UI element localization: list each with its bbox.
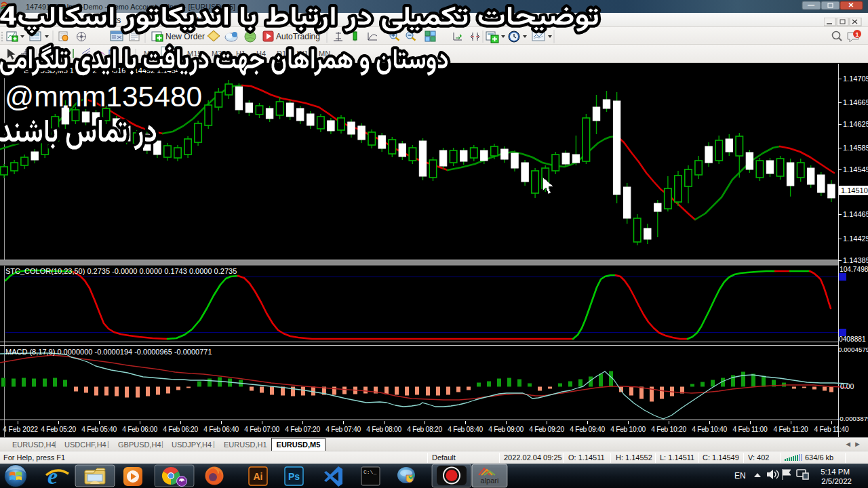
- svg-text:4 Feb 05:20: 4 Feb 05:20: [41, 426, 76, 433]
- svg-text:4 Feb 06:00: 4 Feb 06:00: [122, 426, 157, 433]
- svg-text:4 Feb 10:00: 4 Feb 10:00: [610, 426, 646, 433]
- svg-text:4 Feb 11:00: 4 Feb 11:00: [733, 426, 768, 433]
- svg-text:1.14465: 1.14465: [843, 210, 868, 218]
- svg-text:4 Feb 2022: 4 Feb 2022: [3, 426, 38, 433]
- svg-text:0408881: 0408881: [839, 336, 866, 343]
- svg-text:4 Feb 10:40: 4 Feb 10:40: [692, 426, 727, 433]
- svg-text:0.00: 0.00: [840, 382, 854, 390]
- svg-text:4 Feb 06:20: 4 Feb 06:20: [163, 426, 198, 433]
- svg-text:4 Feb 08:20: 4 Feb 08:20: [407, 426, 442, 433]
- svg-text:4 Feb 08:40: 4 Feb 08:40: [448, 426, 483, 433]
- svg-text:1.14385: 1.14385: [843, 256, 868, 264]
- svg-text:4 Feb 07:20: 4 Feb 07:20: [285, 426, 320, 433]
- svg-text:4 Feb 05:40: 4 Feb 05:40: [81, 426, 117, 433]
- svg-text:0.0004579: 0.0004579: [838, 346, 868, 353]
- svg-text:@mmm135480: @mmm135480: [5, 81, 202, 113]
- svg-text:4 Feb 11:20: 4 Feb 11:20: [774, 426, 808, 433]
- svg-text:4 Feb 07:00: 4 Feb 07:00: [244, 426, 279, 433]
- svg-text:4 Feb 08:00: 4 Feb 08:00: [366, 426, 401, 433]
- svg-text:-0.0003879: -0.0003879: [837, 415, 868, 422]
- svg-text:STC_COLOR(10,23,50) 0.2735 -0.: STC_COLOR(10,23,50) 0.2735 -0.0000 0.000…: [5, 267, 237, 275]
- svg-text:104.7498: 104.7498: [840, 266, 868, 273]
- svg-text:e: e: [47, 464, 58, 488]
- svg-text:MACD (8,17,9) 0.0000000 -0.00: MACD (8,17,9) 0.0000000 -0.0000194 -0.00…: [5, 348, 212, 356]
- svg-text:4 Feb 10:20: 4 Feb 10:20: [651, 426, 686, 433]
- svg-text:C:\_: C:\_: [363, 469, 376, 475]
- svg-text:Ps: Ps: [288, 471, 300, 482]
- svg-text:4 Feb 06:40: 4 Feb 06:40: [203, 426, 239, 433]
- svg-text:1.14425: 1.14425: [843, 235, 868, 243]
- svg-text:4 Feb 07:40: 4 Feb 07:40: [326, 426, 361, 433]
- svg-text:alpari: alpari: [481, 476, 499, 485]
- svg-text:EN: EN: [734, 471, 746, 481]
- svg-text:4 Feb 09:00: 4 Feb 09:00: [488, 426, 524, 433]
- svg-text:5:14 PM: 5:14 PM: [821, 468, 850, 476]
- svg-text:4 Feb 09:20: 4 Feb 09:20: [529, 426, 564, 433]
- svg-text:4 Feb 11:40: 4 Feb 11:40: [814, 426, 849, 433]
- svg-text:4 Feb 09:40: 4 Feb 09:40: [570, 426, 605, 433]
- svg-text:2/5/2022: 2/5/2022: [821, 477, 852, 485]
- svg-text:Ai: Ai: [254, 471, 263, 482]
